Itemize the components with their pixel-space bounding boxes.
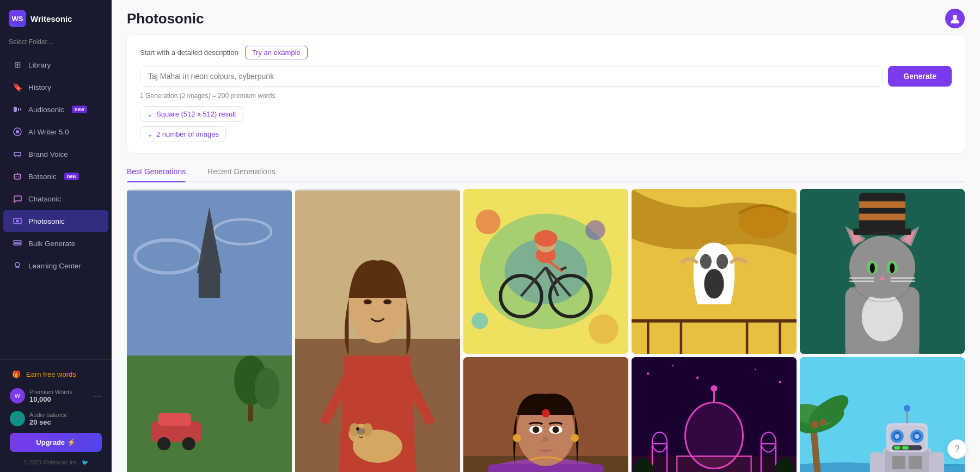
try-example-button[interactable]: Try an example: [245, 46, 308, 59]
svg-point-49: [534, 230, 557, 247]
generate-button[interactable]: Generate: [888, 66, 952, 87]
footer-text: © 2023 Writesonic Inc.: [23, 459, 78, 465]
botsonic-icon: [12, 171, 23, 182]
svg-point-102: [571, 434, 579, 442]
earn-icon: 🎁: [12, 370, 21, 378]
svg-rect-149: [902, 446, 909, 450]
gallery-image-scream[interactable]: [632, 189, 797, 354]
svg-point-121: [779, 381, 781, 383]
gallery-image-eiffel[interactable]: [127, 189, 292, 472]
svg-point-22: [157, 437, 170, 450]
sidebar-item-photosonic[interactable]: Photosonic: [3, 210, 108, 232]
main-header: Photosonic: [112, 0, 980, 28]
chevron-down-icon: ⌄: [147, 130, 153, 138]
twitter-icon[interactable]: 🐦: [82, 459, 88, 465]
svg-point-109: [710, 385, 717, 392]
photosonic-icon: [12, 216, 23, 226]
learning-center-icon: [12, 260, 23, 271]
svg-point-120: [755, 369, 756, 370]
premium-words-value: 10,000: [29, 395, 72, 403]
count-option-button[interactable]: ⌄ 2 number of images: [140, 126, 226, 142]
svg-point-4: [16, 130, 19, 133]
svg-rect-154: [892, 456, 905, 469]
svg-rect-1: [18, 108, 19, 111]
premium-words-more[interactable]: ⋯: [93, 391, 102, 401]
sidebar-bottom: 🎁 Earn free words W Premium Words 10,000…: [0, 359, 112, 472]
svg-point-59: [700, 254, 712, 269]
svg-rect-11: [14, 243, 21, 245]
botsonic-badge: new: [64, 173, 79, 180]
svg-rect-19: [199, 273, 220, 298]
size-option-label: Square (512 x 512) result: [156, 110, 236, 118]
earn-free-words-item[interactable]: 🎁 Earn free words: [3, 365, 108, 384]
gallery-image-woman[interactable]: [463, 357, 628, 472]
chatsonic-icon: [12, 193, 23, 204]
svg-rect-136: [885, 450, 929, 472]
svg-rect-86: [859, 193, 905, 230]
svg-point-78: [870, 263, 875, 273]
svg-point-101: [513, 434, 521, 442]
svg-point-9: [16, 220, 19, 223]
help-button[interactable]: ?: [947, 439, 967, 459]
sidebar-item-botsonic[interactable]: Botsonic new: [3, 165, 108, 187]
sidebar-item-brand-voice[interactable]: Brand Voice: [3, 143, 108, 165]
tab-best-generations[interactable]: Best Generations: [127, 162, 186, 181]
sidebar-item-label: Bulk Generate: [28, 240, 75, 248]
sidebar-item-audiosonic[interactable]: Audiosonic new: [3, 99, 108, 120]
gallery-image-cyclist[interactable]: [463, 189, 628, 354]
svg-point-26: [255, 368, 279, 409]
premium-words-row: W Premium Words 10,000 ⋯: [3, 385, 108, 407]
input-row: Generate: [140, 66, 952, 87]
svg-point-7: [19, 176, 20, 177]
svg-point-94: [542, 409, 550, 417]
svg-point-52: [476, 210, 500, 234]
library-icon: ⊞: [12, 59, 23, 70]
bulk-generate-icon: [12, 238, 23, 249]
chevron-down-icon: ⌄: [147, 110, 153, 118]
sidebar-logo: WS Writesonic: [0, 0, 112, 35]
main-content: Photosonic Start with a detailed descrip…: [112, 0, 980, 472]
sidebar-item-library[interactable]: ⊞ Library: [3, 54, 108, 76]
page-title: Photosonic: [127, 10, 204, 27]
tab-recent-generations[interactable]: Recent Generations: [207, 162, 275, 181]
description-row: Start with a detailed description Try an…: [140, 46, 952, 59]
count-option-label: 2 number of images: [156, 130, 219, 138]
svg-rect-0: [14, 107, 17, 112]
svg-point-32: [383, 299, 391, 304]
user-avatar[interactable]: [945, 9, 965, 28]
generation-options: ⌄ Square (512 x 512) result ⌄ 2 number o…: [140, 106, 952, 142]
svg-rect-21: [158, 413, 192, 426]
audio-balance-row: 🎵 Audio balance 20 sec: [3, 408, 108, 430]
size-option-button[interactable]: ⌄ Square (512 x 512) result: [140, 106, 243, 122]
sidebar-item-label: Library: [28, 61, 51, 69]
sidebar-item-bulk-generate[interactable]: Bulk Generate: [3, 232, 108, 254]
svg-rect-150: [870, 452, 883, 472]
generation-input[interactable]: [140, 66, 883, 87]
sidebar-item-learning-center[interactable]: Learning Center: [3, 255, 108, 277]
sidebar-item-label: Audiosonic: [28, 106, 64, 114]
generation-panel: Start with a detailed description Try an…: [127, 35, 965, 153]
generation-cost: 1 Generation (2 images) = 200 premium wo…: [140, 92, 952, 100]
earn-free-words-label: Earn free words: [26, 370, 76, 378]
gallery-image-jesus[interactable]: [295, 189, 460, 472]
svg-point-134: [819, 419, 826, 426]
footer: © 2023 Writesonic Inc. 🐦: [3, 457, 108, 469]
svg-point-117: [647, 372, 650, 375]
upgrade-button[interactable]: Upgrade ⚡: [10, 433, 102, 452]
gallery-image-cat[interactable]: [800, 189, 965, 354]
sidebar-item-history[interactable]: 🔖 History: [3, 76, 108, 98]
svg-point-100: [541, 440, 544, 443]
sidebar-item-chatsonic[interactable]: Chatsonic: [3, 188, 108, 210]
gallery-image-robot[interactable]: [800, 357, 965, 472]
sidebar-item-label: Chatsonic: [28, 195, 61, 203]
gallery-image-taj[interactable]: [632, 357, 797, 472]
brand-voice-icon: [12, 149, 23, 160]
svg-point-54: [471, 312, 488, 329]
svg-point-23: [182, 437, 195, 450]
svg-rect-10: [14, 241, 21, 242]
sidebar-folder[interactable]: Select Folder...: [0, 35, 112, 51]
svg-point-6: [16, 176, 17, 177]
svg-point-118: [672, 365, 673, 366]
svg-point-58: [704, 269, 724, 299]
sidebar-item-ai-writer[interactable]: AI Writer 5.0: [3, 121, 108, 143]
